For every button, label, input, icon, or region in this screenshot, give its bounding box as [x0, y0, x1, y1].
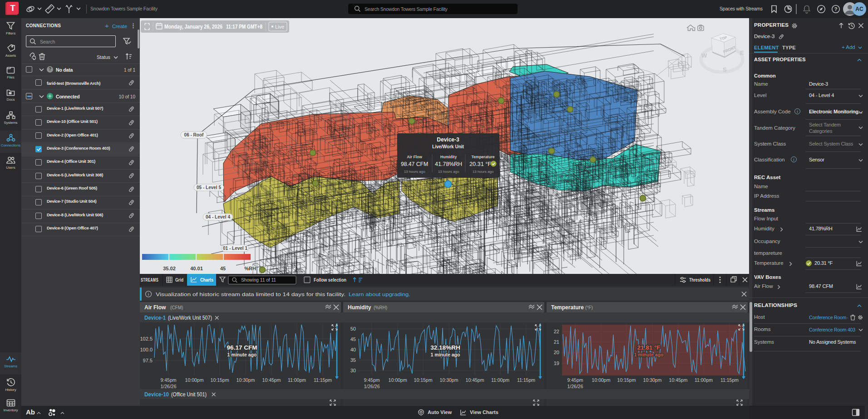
svg-text:20.31 °F: 20.31 °F — [469, 161, 491, 167]
svg-text:(CFM): (CFM) — [170, 305, 183, 310]
svg-text:10:00pm: 10:00pm — [185, 377, 204, 383]
svg-text:10:15pm: 10:15pm — [211, 377, 229, 383]
svg-text:13 hours ago: 13 hours ago — [438, 170, 459, 174]
svg-text:50: 50 — [350, 326, 356, 331]
svg-text:1/26/26: 1/26/26 — [364, 384, 380, 389]
svg-text:45: 45 — [350, 336, 356, 342]
svg-text:(%RH): (%RH) — [374, 305, 387, 310]
svg-text:11:00pm: 11:00pm — [288, 377, 306, 383]
svg-text:10:45pm: 10:45pm — [669, 377, 688, 383]
svg-text:10:00pm: 10:00pm — [592, 377, 611, 383]
svg-text:Follow selection: Follow selection — [314, 277, 346, 283]
svg-text:Thresholds: Thresholds — [689, 277, 710, 283]
svg-text:13 hours ago: 13 hours ago — [473, 170, 494, 174]
svg-text:i: i — [148, 292, 149, 297]
svg-text:Device-10: Device-10 — [144, 391, 169, 398]
svg-text:30: 30 — [350, 368, 356, 373]
svg-text:(Live/Work Unit 507): (Live/Work Unit 507) — [168, 315, 212, 321]
svg-text:40: 40 — [350, 347, 356, 352]
svg-text:Humidity: Humidity — [440, 155, 457, 159]
svg-text:9:45pm: 9:45pm — [160, 377, 176, 383]
svg-text:05 - Level 5: 05 - Level 5 — [197, 185, 221, 190]
svg-text:11:00pm: 11:00pm — [491, 377, 509, 383]
svg-text:W: W — [701, 52, 707, 59]
svg-text:10:30pm: 10:30pm — [237, 377, 255, 383]
svg-text:9:45pm: 9:45pm — [567, 377, 583, 383]
svg-text:Visualization of historic stre: Visualization of historic stream data li… — [156, 292, 345, 297]
svg-text:Device-3: Device-3 — [437, 136, 459, 143]
svg-text:32.18%RH: 32.18%RH — [430, 344, 460, 351]
svg-text:Grid: Grid — [175, 277, 183, 283]
svg-text:Device-1: Device-1 — [144, 315, 166, 321]
svg-text:10:00pm: 10:00pm — [389, 377, 407, 383]
svg-text:Live/Work Unit: Live/Work Unit — [432, 144, 464, 149]
svg-text:11:15pm: 11:15pm — [720, 377, 739, 383]
svg-text:Temperature: Temperature — [551, 304, 584, 311]
svg-text:1 minute ago: 1 minute ago — [227, 352, 257, 357]
svg-text:Learn about upgrading.: Learn about upgrading. — [349, 292, 410, 297]
svg-text:35: 35 — [350, 357, 356, 363]
svg-text:Live: Live — [275, 24, 284, 29]
svg-text:Temperature: Temperature — [472, 155, 495, 159]
svg-text:S: S — [723, 66, 727, 73]
svg-text:06 - Roof: 06 - Roof — [184, 132, 204, 137]
svg-text:19: 19 — [554, 361, 559, 366]
svg-text:98.47 CFM: 98.47 CFM — [401, 161, 428, 167]
svg-text:21.81 °F: 21.81 °F — [637, 344, 660, 351]
svg-text:?: ? — [834, 6, 838, 12]
svg-text:Air Flow: Air Flow — [144, 304, 166, 311]
svg-text:22: 22 — [554, 329, 559, 334]
svg-text:Humidity: Humidity — [348, 304, 371, 311]
svg-text:45: 45 — [220, 266, 226, 271]
svg-text:Monday, January 26, 2026: Monday, January 26, 2026 — [164, 24, 222, 30]
svg-text:10:45pm: 10:45pm — [466, 377, 484, 383]
svg-text:1/26/26: 1/26/26 — [567, 384, 583, 389]
svg-text:1/26/26: 1/26/26 — [160, 384, 176, 389]
svg-text:100.0: 100.0 — [140, 347, 153, 352]
svg-text:11:17 PM GMT+8: 11:17 PM GMT+8 — [226, 24, 262, 30]
svg-text:40.01: 40.01 — [190, 266, 203, 271]
svg-text:35.02: 35.02 — [163, 266, 176, 271]
svg-text:11:15pm: 11:15pm — [517, 377, 535, 383]
svg-text:10:15pm: 10:15pm — [414, 377, 433, 383]
svg-text:10:30pm: 10:30pm — [440, 377, 459, 383]
svg-text:20: 20 — [554, 350, 559, 355]
svg-text:(°F): (°F) — [585, 305, 593, 310]
svg-text:Charts: Charts — [200, 277, 213, 283]
svg-text:41.78%RH: 41.78%RH — [435, 161, 462, 167]
svg-text:01 - Level 1: 01 - Level 1 — [223, 246, 247, 251]
svg-text:102.5: 102.5 — [140, 336, 153, 341]
svg-text:11:00pm: 11:00pm — [695, 377, 713, 383]
svg-text:Showing 11 of 11: Showing 11 of 11 — [241, 277, 276, 283]
svg-text:1 minute ago: 1 minute ago — [634, 352, 664, 357]
svg-text:9:45pm: 9:45pm — [364, 377, 380, 383]
svg-text:E: E — [740, 49, 744, 56]
svg-text:96.17 CFM: 96.17 CFM — [227, 344, 257, 351]
svg-text:97.5: 97.5 — [143, 358, 153, 363]
svg-text:Air Flow: Air Flow — [407, 155, 422, 159]
svg-text:11:15pm: 11:15pm — [314, 377, 332, 383]
svg-text:10:30pm: 10:30pm — [643, 377, 662, 383]
svg-text:10:45pm: 10:45pm — [262, 377, 281, 383]
svg-text:%RH: %RH — [244, 266, 256, 271]
svg-text:13 hours ago: 13 hours ago — [404, 170, 425, 174]
svg-text:21: 21 — [554, 339, 559, 345]
svg-text:04 - Level 4: 04 - Level 4 — [206, 214, 230, 219]
svg-text:STREAMS: STREAMS — [141, 277, 158, 283]
svg-text:(Office Unit 501): (Office Unit 501) — [171, 391, 207, 398]
svg-text:1 minute ago: 1 minute ago — [431, 352, 460, 357]
svg-text:10:15pm: 10:15pm — [617, 377, 636, 383]
